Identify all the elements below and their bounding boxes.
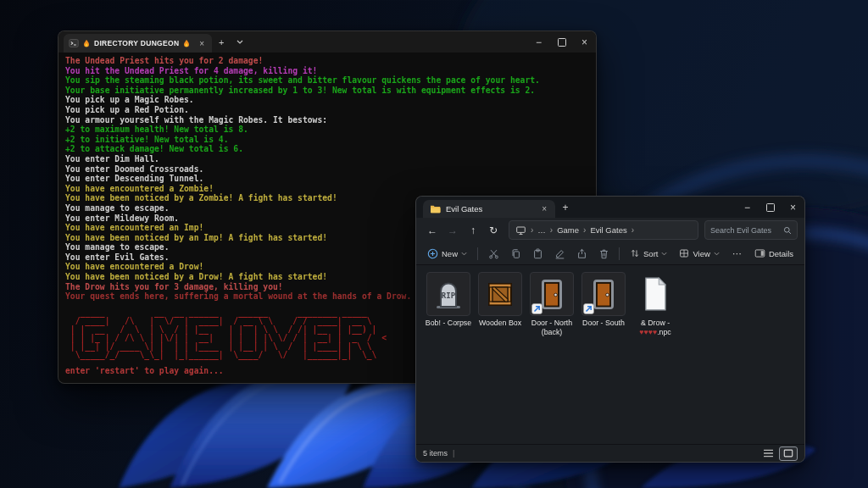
terminal-title-bar[interactable]: DIRECTORY DUNGEON × + − × bbox=[58, 31, 596, 53]
file-thumbnail bbox=[581, 272, 626, 316]
file-item[interactable]: Door - South bbox=[578, 270, 629, 338]
file-thumbnail bbox=[530, 272, 574, 316]
share-icon bbox=[576, 248, 587, 259]
maximize-button[interactable] bbox=[550, 31, 573, 53]
file-explorer-window: Evil Gates × + − × ← → ↑ ↻ › … › bbox=[415, 196, 805, 463]
breadcrumb-chevron: › bbox=[583, 225, 586, 235]
terminal-app-icon bbox=[69, 38, 79, 48]
terminal-line: Your base initiative permanently increas… bbox=[65, 86, 589, 96]
new-button[interactable]: New bbox=[423, 245, 471, 262]
tab-dropdown-button[interactable] bbox=[231, 31, 249, 53]
close-button[interactable]: × bbox=[782, 197, 804, 218]
file-grid: RIP Bob! - Corpse Wooden Box Door - Nort… bbox=[416, 265, 804, 444]
minimize-button[interactable]: − bbox=[527, 31, 550, 53]
terminal-line: You pick up a Magic Robes. bbox=[65, 95, 589, 105]
new-button-label: New bbox=[442, 249, 458, 258]
toolbar-separator bbox=[619, 247, 620, 260]
maximize-button[interactable] bbox=[759, 197, 782, 218]
breadcrumb-chevron: › bbox=[632, 225, 634, 235]
desktop: RIP bbox=[0, 0, 868, 488]
explorer-tab[interactable]: Evil Gates × bbox=[423, 200, 555, 218]
sort-button-label: Sort bbox=[643, 249, 658, 258]
breadcrumb-segment-evil-gates[interactable]: Evil Gates bbox=[590, 225, 626, 235]
new-tab-button[interactable]: + bbox=[555, 197, 576, 218]
terminal-line: You have encountered a Zombie! bbox=[65, 184, 589, 194]
terminal-line: You armour yourself with the Magic Robes… bbox=[65, 115, 589, 125]
folder-icon bbox=[430, 204, 441, 214]
sort-button[interactable]: Sort bbox=[626, 245, 671, 262]
explorer-status-bar: 5 items | bbox=[416, 444, 804, 462]
file-thumbnail bbox=[478, 272, 522, 316]
details-button[interactable]: Details bbox=[750, 245, 798, 262]
toolbar-separator bbox=[477, 247, 478, 260]
breadcrumb-chevron: › bbox=[550, 225, 553, 235]
tab-close-button[interactable]: × bbox=[198, 39, 206, 48]
details-pane-icon bbox=[754, 248, 765, 258]
refresh-button[interactable]: ↻ bbox=[484, 225, 503, 236]
rename-button[interactable] bbox=[550, 245, 569, 262]
paste-button[interactable] bbox=[528, 245, 547, 262]
share-button[interactable] bbox=[572, 245, 591, 262]
terminal-tab[interactable]: DIRECTORY DUNGEON × bbox=[64, 34, 212, 53]
chevron-down-icon bbox=[236, 40, 243, 44]
explorer-title-bar[interactable]: Evil Gates × + − × bbox=[416, 197, 804, 218]
file-item[interactable]: Wooden Box bbox=[475, 270, 526, 338]
view-icon bbox=[679, 248, 689, 258]
explorer-tab-title: Evil Gates bbox=[446, 204, 531, 214]
sort-icon bbox=[630, 248, 640, 258]
flame-icon bbox=[82, 39, 91, 48]
search-input[interactable]: Search Evil Gates bbox=[704, 220, 798, 240]
search-icon bbox=[783, 226, 792, 235]
view-button-label: View bbox=[693, 249, 709, 258]
cut-icon bbox=[488, 248, 499, 259]
terminal-line: You enter Descending Tunnel. bbox=[65, 174, 589, 184]
terminal-line: You pick up a Red Potion. bbox=[65, 105, 589, 115]
copy-button[interactable] bbox=[506, 245, 525, 262]
terminal-tab-title: DIRECTORY DUNGEON bbox=[94, 39, 179, 47]
search-placeholder: Search Evil Gates bbox=[710, 226, 780, 235]
file-name: Wooden Box bbox=[479, 319, 521, 328]
terminal-line: The Undead Priest hits you for 2 damage! bbox=[65, 56, 589, 66]
forward-button[interactable]: → bbox=[443, 225, 462, 236]
chevron-down-icon bbox=[461, 252, 467, 256]
terminal-line: +2 to attack damage! New total is 6. bbox=[65, 144, 589, 154]
file-item[interactable]: RIP Bob! - Corpse bbox=[423, 270, 474, 338]
file-item[interactable]: Door - North (back) bbox=[526, 270, 577, 338]
file-name: Door - South bbox=[582, 319, 625, 328]
more-options-button[interactable]: ⋯ bbox=[727, 248, 747, 259]
explorer-nav-bar: ← → ↑ ↻ › … › Game › Evil Gates › Search… bbox=[416, 218, 804, 242]
terminal-line: You enter Doomed Crossroads. bbox=[65, 164, 589, 175]
shortcut-arrow-icon bbox=[531, 303, 542, 314]
back-button[interactable]: ← bbox=[423, 225, 442, 236]
breadcrumb-chevron: › bbox=[531, 225, 533, 235]
chevron-down-icon bbox=[661, 252, 667, 256]
icons-view-toggle[interactable] bbox=[779, 446, 798, 461]
this-pc-icon bbox=[515, 225, 526, 236]
new-plus-icon bbox=[427, 248, 438, 259]
address-bar[interactable]: › … › Game › Evil Gates › bbox=[509, 220, 698, 240]
wooden-crate-icon bbox=[483, 277, 517, 311]
items-count: 5 items bbox=[423, 449, 448, 458]
maximize-icon bbox=[766, 203, 775, 212]
terminal-line: You enter Dim Hall. bbox=[65, 154, 589, 164]
details-button-label: Details bbox=[769, 249, 793, 258]
delete-button[interactable] bbox=[594, 245, 613, 262]
breadcrumb-ellipsis[interactable]: … bbox=[537, 225, 546, 235]
file-thumbnail: RIP bbox=[426, 272, 470, 316]
terminal-line: +2 to maximum health! New total is 8. bbox=[65, 125, 589, 135]
cut-button[interactable] bbox=[484, 245, 503, 262]
new-tab-button[interactable]: + bbox=[212, 31, 231, 53]
maximize-icon bbox=[558, 38, 566, 47]
list-view-icon bbox=[763, 449, 774, 458]
view-button[interactable]: View bbox=[675, 245, 723, 262]
minimize-button[interactable]: − bbox=[736, 197, 759, 218]
details-view-toggle[interactable] bbox=[760, 447, 776, 460]
breadcrumb-segment-game[interactable]: Game bbox=[557, 225, 579, 235]
up-button[interactable]: ↑ bbox=[464, 225, 482, 236]
copy-icon bbox=[510, 248, 521, 259]
flame-icon bbox=[182, 39, 191, 48]
tab-close-button[interactable]: × bbox=[540, 204, 548, 214]
close-button[interactable]: × bbox=[573, 31, 596, 53]
file-name: & Drow - ♥♥♥♥.npc bbox=[631, 319, 680, 336]
file-item[interactable]: & Drow - ♥♥♥♥.npc bbox=[630, 270, 681, 338]
